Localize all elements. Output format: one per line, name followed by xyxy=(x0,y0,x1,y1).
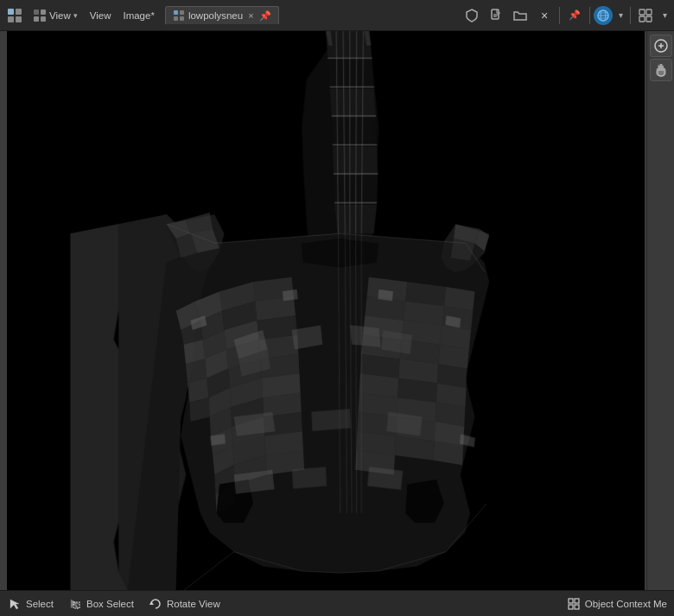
divider2 xyxy=(589,7,590,24)
tab-name: lowpolysneu xyxy=(188,10,243,21)
globe-dropdown-icon[interactable]: ▾ xyxy=(614,4,626,27)
svg-rect-8 xyxy=(174,10,178,15)
top-bar: View ▾ View Image* lowpolysneu × 📌 xyxy=(0,0,674,31)
mesh-svg xyxy=(7,31,645,590)
svg-rect-47 xyxy=(575,599,579,603)
select-label: Select xyxy=(26,599,54,609)
viewport-content xyxy=(7,31,645,590)
svg-rect-46 xyxy=(569,599,573,603)
svg-rect-0 xyxy=(8,9,14,15)
box-select-icon xyxy=(67,596,83,612)
svg-rect-9 xyxy=(180,10,184,15)
rotate-view-status-item[interactable]: Rotate View xyxy=(148,596,220,612)
tab-close-btn[interactable]: × xyxy=(248,10,253,21)
tab-pin-btn[interactable]: 📌 xyxy=(259,10,271,22)
box-select-status-item[interactable]: Box Select xyxy=(67,596,134,612)
svg-rect-3 xyxy=(16,16,22,22)
editor-type-icon[interactable] xyxy=(3,4,26,27)
svg-rect-20 xyxy=(639,10,645,15)
top-right-icons: × 📌 ▾ ▾ xyxy=(461,4,671,27)
shield-icon[interactable] xyxy=(461,4,483,27)
pan-hand-button[interactable] xyxy=(650,59,672,81)
viewport[interactable] xyxy=(7,31,645,590)
svg-rect-11 xyxy=(180,16,184,21)
right-tools-panel xyxy=(646,31,674,590)
grid-layout-icon[interactable] xyxy=(634,4,657,27)
object-context-icon xyxy=(566,596,582,612)
object-context-status-item[interactable]: Object Context Me xyxy=(566,596,667,612)
select-icon xyxy=(7,596,22,612)
object-context-label: Object Context Me xyxy=(585,599,667,609)
divider xyxy=(559,7,560,24)
zoom-in-button[interactable] xyxy=(650,35,672,57)
svg-rect-5 xyxy=(41,10,46,15)
globe-icon[interactable] xyxy=(594,6,613,25)
left-edge xyxy=(0,31,5,590)
svg-rect-4 xyxy=(34,10,39,15)
tab-lowpolysneu[interactable]: lowpolysneu × 📌 xyxy=(165,6,279,24)
svg-rect-22 xyxy=(639,16,645,22)
menu-view-label: View xyxy=(49,10,71,21)
tab-area: lowpolysneu × 📌 xyxy=(165,6,459,24)
rotate-view-icon xyxy=(148,596,163,612)
box-select-label: Box Select xyxy=(86,599,134,609)
svg-rect-2 xyxy=(8,16,14,22)
svg-rect-1 xyxy=(16,9,22,15)
menu-view-icon[interactable]: View ▾ xyxy=(28,6,83,25)
pin-icon[interactable]: 📌 xyxy=(563,4,586,27)
select-status-item[interactable]: Select xyxy=(7,596,54,612)
folder-icon[interactable] xyxy=(509,4,531,27)
main-area xyxy=(0,31,674,590)
svg-rect-6 xyxy=(34,16,39,22)
svg-rect-10 xyxy=(174,16,178,21)
grid-dropdown-icon[interactable]: ▾ xyxy=(658,4,671,27)
file-icon[interactable] xyxy=(485,4,507,27)
divider3 xyxy=(630,7,631,24)
svg-rect-7 xyxy=(41,16,46,22)
menu-view2[interactable]: View xyxy=(85,8,117,23)
menu-image[interactable]: Image* xyxy=(118,8,159,23)
svg-rect-48 xyxy=(569,605,573,609)
bottom-status-bar: Select Box Select Rotate View xyxy=(0,590,674,616)
rotate-view-label: Rotate View xyxy=(167,599,220,609)
svg-rect-21 xyxy=(646,10,652,15)
svg-rect-23 xyxy=(646,16,652,22)
close-x-icon[interactable]: × xyxy=(533,4,556,27)
svg-rect-49 xyxy=(575,605,579,609)
